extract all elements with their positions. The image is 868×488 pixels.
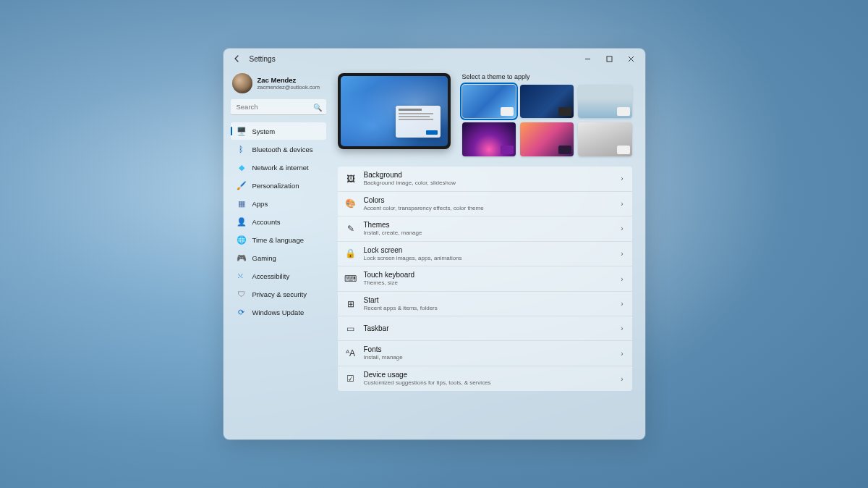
personalization-icon: 🖌️ xyxy=(237,180,247,190)
row-title: Taskbar xyxy=(364,324,614,333)
theme-corner-swatch xyxy=(558,107,571,116)
user-name: Zac Mendez xyxy=(258,76,320,84)
chevron-right-icon: › xyxy=(621,300,623,308)
main-content: Select a theme to apply 🖼BackgroundBackg… xyxy=(331,69,645,439)
chevron-right-icon: › xyxy=(621,224,623,232)
sidebar-item-accessibility[interactable]: ⛌Accessibility xyxy=(231,267,326,285)
chevron-right-icon: › xyxy=(621,200,623,208)
sidebar-item-label: Apps xyxy=(252,200,268,208)
themes-icon: ✎ xyxy=(345,223,357,235)
chevron-right-icon: › xyxy=(621,324,623,332)
settings-row-background[interactable]: 🖼BackgroundBackground image, color, slid… xyxy=(338,167,632,192)
time-language-icon: 🌐 xyxy=(237,235,247,245)
chevron-right-icon: › xyxy=(621,375,623,383)
network-internet-icon: ◆ xyxy=(237,162,247,172)
colors-icon: 🎨 xyxy=(345,198,357,209)
nav: 🖥️SystemᛒBluetooth & devices◆Network & i… xyxy=(231,122,326,321)
sidebar-item-label: System xyxy=(252,127,276,135)
apps-icon: ▦ xyxy=(237,198,247,209)
sidebar-item-label: Personalization xyxy=(252,182,299,190)
row-subtitle: Themes, size xyxy=(364,279,614,287)
back-arrow-icon xyxy=(233,54,242,63)
search-input[interactable] xyxy=(231,99,326,115)
maximize-button[interactable] xyxy=(599,50,621,67)
bluetooth-devices-icon: ᛒ xyxy=(237,144,247,154)
svg-rect-1 xyxy=(607,56,612,62)
minimize-button[interactable] xyxy=(577,50,599,67)
settings-row-themes[interactable]: ✎ThemesInstall, create, manage› xyxy=(338,216,632,242)
settings-window: Settings Zac Mendez zacmendez@outlook.co… xyxy=(224,49,645,439)
sidebar-item-personalization[interactable]: 🖌️Personalization xyxy=(231,177,326,194)
theme-tile-3[interactable] xyxy=(462,122,516,156)
sidebar-item-label: Gaming xyxy=(252,254,276,262)
sidebar-item-label: Bluetooth & devices xyxy=(252,146,313,153)
desktop-preview xyxy=(338,73,451,149)
minimize-icon xyxy=(584,56,591,62)
sidebar-item-privacy-security[interactable]: 🛡Privacy & security xyxy=(231,285,326,303)
row-subtitle: Lock screen images, apps, animations xyxy=(364,255,614,262)
preview-mini-window xyxy=(396,106,441,138)
settings-row-taskbar[interactable]: ▭Taskbar› xyxy=(338,316,632,341)
settings-row-start[interactable]: ⊞StartRecent apps & items, folders› xyxy=(338,292,632,317)
device-usage-icon: ☑ xyxy=(345,373,357,384)
row-title: Colors xyxy=(364,196,614,205)
user-block[interactable]: Zac Mendez zacmendez@outlook.com xyxy=(232,73,326,93)
theme-tile-4[interactable] xyxy=(520,122,574,156)
chevron-right-icon: › xyxy=(621,275,623,283)
settings-row-colors[interactable]: 🎨ColorsAccent color, transparency effect… xyxy=(338,192,632,217)
fonts-icon: ᴬA xyxy=(345,348,357,359)
theme-corner-swatch xyxy=(558,146,571,154)
theme-corner-swatch xyxy=(617,107,630,116)
theme-corner-swatch xyxy=(501,146,514,154)
close-button[interactable] xyxy=(621,50,642,67)
sidebar-item-network-internet[interactable]: ◆Network & internet xyxy=(231,159,326,176)
theme-tile-2[interactable] xyxy=(578,85,631,118)
row-subtitle: Install, manage xyxy=(364,354,614,361)
close-icon xyxy=(628,56,634,62)
maximize-icon xyxy=(606,56,613,62)
theme-tile-5[interactable] xyxy=(578,122,631,156)
windows-update-icon: ⟳ xyxy=(237,307,247,317)
row-subtitle: Accent color, transparency effects, colo… xyxy=(364,205,614,212)
sidebar-item-windows-update[interactable]: ⟳Windows Update xyxy=(231,303,326,321)
accessibility-icon: ⛌ xyxy=(237,271,247,281)
theme-tile-0[interactable] xyxy=(462,85,516,118)
sidebar-item-label: Accounts xyxy=(252,218,281,226)
row-title: Device usage xyxy=(364,371,614,379)
sidebar-item-gaming[interactable]: 🎮Gaming xyxy=(231,249,326,266)
row-subtitle: Recent apps & items, folders xyxy=(364,305,614,312)
row-subtitle: Install, create, manage xyxy=(364,230,614,237)
avatar xyxy=(232,73,252,93)
chevron-right-icon: › xyxy=(621,350,623,358)
start-icon: ⊞ xyxy=(345,298,357,310)
row-title: Fonts xyxy=(364,345,614,354)
themes-heading: Select a theme to apply xyxy=(462,73,632,80)
row-subtitle: Background image, color, slideshow xyxy=(364,180,614,187)
background-icon: 🖼 xyxy=(345,173,357,185)
sidebar-item-system[interactable]: 🖥️System xyxy=(231,122,326,140)
search-box: 🔍 xyxy=(231,99,326,115)
sidebar-item-apps[interactable]: ▦Apps xyxy=(231,195,326,212)
sidebar-item-time-language[interactable]: 🌐Time & language xyxy=(231,231,326,248)
theme-grid xyxy=(462,85,632,156)
settings-row-device-usage[interactable]: ☑Device usageCustomized suggestions for … xyxy=(338,366,632,391)
back-button[interactable] xyxy=(229,51,245,67)
sidebar-item-label: Network & internet xyxy=(252,164,309,172)
gaming-icon: 🎮 xyxy=(237,253,247,263)
sidebar-item-label: Accessibility xyxy=(252,272,290,280)
settings-row-fonts[interactable]: ᴬAFontsInstall, manage› xyxy=(338,341,632,366)
sidebar-item-label: Windows Update xyxy=(252,308,305,316)
privacy-security-icon: 🛡 xyxy=(237,289,247,299)
sidebar-item-label: Time & language xyxy=(252,236,304,244)
theme-tile-1[interactable] xyxy=(520,85,574,118)
taskbar-icon: ▭ xyxy=(345,323,357,335)
sidebar-item-bluetooth-devices[interactable]: ᛒBluetooth & devices xyxy=(231,140,326,158)
search-icon: 🔍 xyxy=(313,104,322,112)
row-title: Themes xyxy=(364,221,614,230)
settings-row-lock-screen[interactable]: 🔒Lock screenLock screen images, apps, an… xyxy=(338,242,632,267)
lock-screen-icon: 🔒 xyxy=(345,248,357,259)
row-title: Touch keyboard xyxy=(364,271,614,279)
sidebar-item-accounts[interactable]: 👤Accounts xyxy=(231,213,326,230)
settings-row-touch-keyboard[interactable]: ⌨Touch keyboardThemes, size› xyxy=(338,266,632,292)
window-title: Settings xyxy=(250,55,276,63)
